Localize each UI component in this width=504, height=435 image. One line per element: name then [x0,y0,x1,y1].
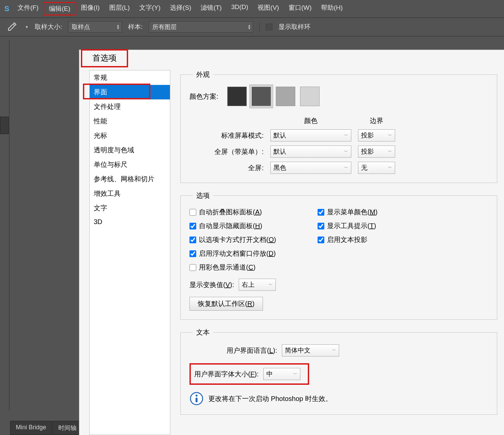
appearance-legend: 外观 [193,70,213,79]
tool-button[interactable] [0,98,9,116]
pref-category-3[interactable]: 性能 [90,114,170,128]
svg-point-1 [196,395,198,397]
option-checkbox[interactable]: 以选项卡方式打开文档(O) [189,235,304,244]
screen-mode-border-combo[interactable]: 投影﹀ [358,129,395,142]
screen-mode-label: 全屏（带菜单）: [189,147,264,156]
options-group: 选项 自动折叠图标面板(A)显示菜单颜色(M)自动显示隐藏面板(H)显示工具提示… [180,191,497,320]
menu-item-7[interactable]: 3D(D) [227,2,253,15]
app-icon: S [3,4,10,13]
column-header: 边界 [358,116,395,125]
menu-item-10[interactable]: 帮助(H) [316,2,347,15]
sample-size-label: 取样大小: [35,23,62,31]
show-sampling-ring-checkbox[interactable] [266,24,272,30]
preferences-content: 外观 颜色方案: 颜色边界标准屏幕模式:默认﹀投影﹀全屏（带菜单）:默认﹀投影﹀… [170,70,504,435]
menu-item-4[interactable]: 文字(Y) [135,2,165,15]
show-sampling-ring-label: 显示取样环 [278,23,310,31]
pref-category-5[interactable]: 透明度与色域 [90,143,170,157]
column-header: 颜色 [270,116,351,125]
menu-item-0[interactable]: 文件(F) [13,2,43,15]
pref-category-6[interactable]: 单位与标尺 [90,157,170,172]
screen-mode-label: 标准屏幕模式: [189,131,264,140]
tool-button[interactable] [0,153,9,170]
option-checkbox[interactable]: 用彩色显示通道(C) [189,263,304,272]
appearance-group: 外观 颜色方案: 颜色边界标准屏幕模式:默认﹀投影﹀全屏（带菜单）:默认﹀投影﹀… [180,70,497,183]
option-checkbox[interactable]: 启用文本投影 [318,235,419,244]
ui-language-combo[interactable]: 简体中文 ﹀ [282,344,339,356]
tab-timeline[interactable]: 时间轴 [53,421,82,435]
tool-button[interactable] [0,80,9,98]
tool-button[interactable] [0,62,9,80]
pref-category-10[interactable]: 3D [90,215,170,228]
menu-item-1[interactable]: 编辑(E) [43,2,76,15]
menu-item-9[interactable]: 窗口(W) [284,2,317,15]
chevron-down-icon: ﹀ [293,371,297,377]
info-icon [189,392,204,406]
ui-font-size-combo[interactable]: 中 ﹀ [263,368,300,380]
color-swatch-2[interactable] [276,87,295,106]
divider [259,22,260,32]
option-checkbox[interactable]: 启用浮动文档窗口停放(D) [189,249,304,258]
restart-info-text: 更改将在下一次启动 Photoshop 时生效。 [208,394,332,403]
color-scheme-label: 颜色方案: [189,92,218,101]
chevron-down-icon: ﹀ [332,348,336,353]
tool-button[interactable] [0,44,9,61]
text-legend: 文本 [193,328,213,337]
reset-workspaces-button[interactable]: 恢复默认工作区(R) [189,297,263,311]
pref-category-0[interactable]: 常规 [90,70,170,85]
ui-font-size-highlight: 用户界面字体大小(F): 中 ﹀ [189,363,309,385]
options-bar: ▼ 取样大小: 取样点 ▲▼ 样本: 所有图层 ▲▼ 显示取样环 [0,18,504,36]
tool-button[interactable] [0,171,9,189]
screen-mode-color-combo[interactable]: 默认﹀ [270,146,351,158]
pref-category-4[interactable]: 光标 [90,128,170,143]
ui-font-size-label: 用户界面字体大小(F): [194,370,259,379]
screen-mode-border-combo[interactable]: 投影﹀ [358,146,395,158]
tool-button[interactable] [0,244,9,261]
spinner-arrows-icon: ▲▼ [116,24,120,30]
screen-mode-color-combo[interactable]: 默认﹀ [270,129,351,142]
chevron-down-icon: ﹀ [269,282,273,288]
eyedropper-tool-icon[interactable] [5,21,19,33]
tool-button[interactable] [0,226,9,243]
tool-button[interactable] [0,299,9,316]
color-swatch-1[interactable] [251,87,271,106]
pref-category-2[interactable]: 文件处理 [90,99,170,114]
screen-mode-border-combo[interactable]: 无﹀ [358,162,395,174]
pref-category-8[interactable]: 增效工具 [90,186,170,201]
tool-button[interactable] [0,280,9,298]
menu-bar: S 文件(F)编辑(E)图像(I)图层(L)文字(Y)选择(S)滤镜(T)3D(… [0,0,504,18]
spinner-arrows-icon: ▲▼ [248,24,251,30]
tool-button[interactable] [0,262,9,280]
pref-category-1[interactable]: 界面 [90,85,170,99]
preferences-dialog: 常规界面文件处理性能光标透明度与色域单位与标尺参考线、网格和切片增效工具文字3D… [79,50,504,435]
menu-item-6[interactable]: 滤镜(T) [196,2,226,15]
ui-language-label: 用户界面语言(L): [189,346,277,355]
chevron-down-icon[interactable]: ▼ [25,25,29,29]
color-swatch-0[interactable] [227,87,247,106]
screen-mode-label: 全屏: [189,163,264,173]
tool-button[interactable] [0,135,9,152]
tool-button[interactable] [0,117,9,134]
transform-values-combo[interactable]: 右上 ﹀ [239,279,276,291]
tool-strip [0,40,9,411]
option-checkbox[interactable]: 显示菜单颜色(M) [318,208,419,217]
text-group: 文本 用户界面语言(L): 简体中文 ﹀ 用户界面字体大小(F): 中 ﹀ [180,328,497,415]
transform-values-label: 显示变换值(V): [189,280,234,289]
tool-button[interactable] [0,208,9,225]
menu-item-5[interactable]: 选择(S) [165,2,196,15]
tab-mini-bridge[interactable]: Mini Bridge [10,421,52,435]
option-checkbox[interactable]: 显示工具提示(T) [318,221,419,230]
tool-button[interactable] [0,189,9,207]
screen-mode-color-combo[interactable]: 黑色﹀ [270,162,351,174]
menu-item-3[interactable]: 图层(L) [105,2,135,15]
sample-size-combo[interactable]: 取样点 ▲▼ [68,21,122,33]
menu-item-8[interactable]: 视图(V) [253,2,284,15]
color-swatch-3[interactable] [300,87,320,106]
pref-category-9[interactable]: 文字 [90,201,170,215]
menu-item-2[interactable]: 图像(I) [76,2,105,15]
option-checkbox[interactable]: 自动折叠图标面板(A) [189,208,304,217]
sample-combo[interactable]: 所有图层 ▲▼ [149,21,253,33]
option-checkbox[interactable]: 自动显示隐藏面板(H) [189,221,304,230]
pref-category-7[interactable]: 参考线、网格和切片 [90,172,170,186]
dialog-title: 首选项 [81,49,128,67]
bottom-panel-tabs: Mini Bridge 时间轴 [10,421,82,435]
